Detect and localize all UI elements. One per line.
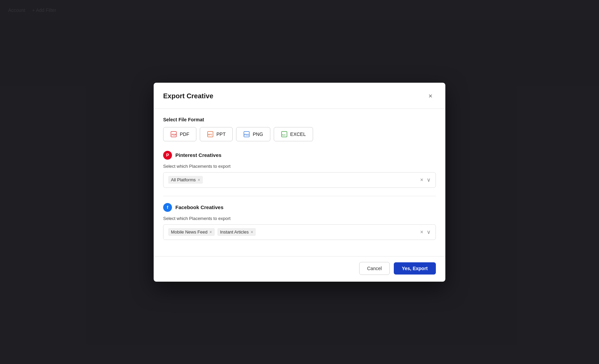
export-button[interactable]: Yes, Export	[394, 262, 436, 275]
tag-mobile-news-feed: Mobile News Feed ×	[168, 228, 215, 236]
svg-text:XLS: XLS	[282, 134, 286, 136]
tag-instant-articles: Instant Articles ×	[217, 228, 256, 236]
tag-all-platforms-remove[interactable]: ×	[198, 178, 200, 182]
cancel-button[interactable]: Cancel	[359, 262, 390, 275]
facebook-select-controls: × ∨	[420, 229, 431, 235]
format-options: PDF PDF PPT PPT	[163, 127, 436, 141]
section-divider	[163, 196, 436, 196]
tag-instant-articles-remove[interactable]: ×	[251, 230, 253, 234]
tag-all-platforms-label: All Platforms	[171, 177, 196, 182]
pinterest-dropdown-icon[interactable]: ∨	[427, 177, 431, 183]
svg-text:PPT: PPT	[208, 134, 212, 136]
export-creative-modal: Export Creative × Select File Format PDF…	[154, 83, 445, 282]
facebook-section-title: Facebook Creatives	[175, 204, 224, 210]
png-icon: PNG	[243, 131, 250, 138]
pinterest-creatives-section: P Pinterest Creatives Select which Place…	[163, 151, 436, 188]
modal-title: Export Creative	[163, 92, 213, 100]
pinterest-select-controls: × ∨	[420, 177, 431, 183]
tag-all-platforms: All Platforms ×	[168, 176, 203, 184]
facebook-clear-icon[interactable]: ×	[420, 229, 423, 235]
pdf-label: PDF	[180, 132, 189, 137]
excel-icon: XLS	[281, 131, 288, 138]
modal-body: Select File Format PDF PDF	[154, 109, 445, 256]
modal-header: Export Creative ×	[154, 83, 445, 109]
tag-instant-articles-label: Instant Articles	[220, 229, 249, 235]
pdf-icon: PDF	[170, 131, 177, 138]
facebook-creatives-section: f Facebook Creatives Select which Placem…	[163, 203, 436, 240]
pinterest-section-title: Pinterest Creatives	[175, 152, 221, 158]
format-png-button[interactable]: PNG PNG	[236, 127, 270, 141]
pinterest-placement-select[interactable]: All Platforms × × ∨	[163, 172, 436, 188]
facebook-dropdown-icon[interactable]: ∨	[427, 229, 431, 235]
excel-label: EXCEL	[290, 132, 306, 137]
pinterest-placement-label: Select which Placements to export	[163, 164, 436, 169]
facebook-placement-label: Select which Placements to export	[163, 216, 436, 221]
tag-mobile-news-feed-remove[interactable]: ×	[210, 230, 212, 234]
modal-backdrop: Export Creative × Select File Format PDF…	[0, 0, 599, 364]
format-excel-button[interactable]: XLS EXCEL	[274, 127, 313, 141]
modal-footer: Cancel Yes, Export	[154, 256, 445, 282]
facebook-section-header: f Facebook Creatives	[163, 203, 436, 212]
close-button[interactable]: ×	[425, 91, 436, 102]
ppt-label: PPT	[216, 132, 226, 137]
facebook-placement-select[interactable]: Mobile News Feed × Instant Articles × × …	[163, 224, 436, 240]
file-format-label: Select File Format	[163, 117, 436, 122]
facebook-icon: f	[163, 203, 172, 212]
svg-text:PNG: PNG	[244, 134, 249, 136]
format-ppt-button[interactable]: PPT PPT	[200, 127, 233, 141]
ppt-icon: PPT	[207, 131, 214, 138]
pinterest-icon: P	[163, 151, 172, 160]
tag-mobile-news-feed-label: Mobile News Feed	[171, 229, 208, 235]
pinterest-clear-icon[interactable]: ×	[420, 177, 423, 183]
svg-text:PDF: PDF	[172, 134, 177, 136]
format-pdf-button[interactable]: PDF PDF	[163, 127, 196, 141]
pinterest-section-header: P Pinterest Creatives	[163, 151, 436, 160]
png-label: PNG	[253, 132, 263, 137]
